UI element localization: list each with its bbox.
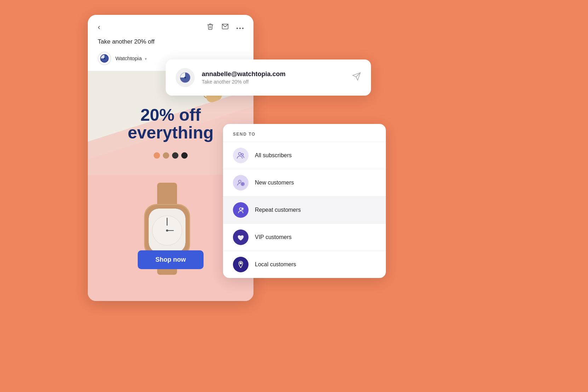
back-button[interactable]: ‹ xyxy=(98,23,100,32)
segment-vip-customers[interactable]: VIP customers xyxy=(223,224,386,251)
promo-percent: 20% off xyxy=(88,106,253,124)
dot-darkest xyxy=(181,152,188,159)
shop-now-button[interactable]: Shop now xyxy=(138,250,204,269)
preview-subject: Take another 20% off xyxy=(202,79,345,85)
repeat-customers-icon xyxy=(233,202,249,218)
send-icon[interactable] xyxy=(352,72,361,83)
sender-name: Watchtopia xyxy=(115,55,142,61)
segment-repeat-customers[interactable]: Repeat customers xyxy=(223,197,386,224)
dot-dark xyxy=(172,152,178,159)
local-customers-icon xyxy=(233,257,249,272)
preview-logo xyxy=(176,68,195,87)
segment-new-customers[interactable]: New customers xyxy=(223,169,386,197)
all-subscribers-label: All subscribers xyxy=(255,152,292,159)
delete-icon[interactable] xyxy=(207,23,214,32)
svg-rect-15 xyxy=(157,183,177,208)
svg-point-23 xyxy=(166,229,168,232)
color-dots xyxy=(154,152,188,159)
new-customers-label: New customers xyxy=(255,180,294,186)
segment-all-subscribers[interactable]: All subscribers xyxy=(223,142,386,169)
svg-point-39 xyxy=(239,208,242,210)
email-preview-card: annabelle@watchtopia.com Take another 20… xyxy=(166,59,371,96)
vip-customers-label: VIP customers xyxy=(255,234,292,240)
svg-point-33 xyxy=(239,153,241,155)
send-to-panel: SEND TO All subscribers New customers xyxy=(223,124,386,278)
svg-point-35 xyxy=(239,180,241,183)
new-customers-icon xyxy=(233,175,249,191)
svg-point-34 xyxy=(241,154,244,156)
dot-tan xyxy=(163,152,169,159)
preview-sender-email: annabelle@watchtopia.com xyxy=(202,70,345,78)
repeat-customers-label: Repeat customers xyxy=(255,207,301,213)
header-icons xyxy=(207,23,244,32)
sender-chevron: ▾ xyxy=(145,57,147,61)
svg-point-2 xyxy=(239,28,241,29)
more-icon[interactable] xyxy=(236,24,244,31)
svg-point-7 xyxy=(104,58,105,59)
svg-point-30 xyxy=(184,77,186,79)
local-customers-label: Local customers xyxy=(255,261,296,268)
shop-button-container: Shop now xyxy=(138,250,204,269)
all-subscribers-icon xyxy=(233,148,249,163)
sender-name-container: Watchtopia ▾ xyxy=(115,55,147,62)
dot-orange xyxy=(154,152,160,159)
mail-icon[interactable] xyxy=(222,23,229,32)
svg-point-40 xyxy=(240,262,242,264)
vip-customers-icon xyxy=(233,229,249,245)
send-to-header: SEND TO xyxy=(223,124,386,142)
preview-info: annabelle@watchtopia.com Take another 20… xyxy=(202,70,345,85)
svg-point-3 xyxy=(242,28,244,29)
svg-point-1 xyxy=(236,28,238,29)
sender-avatar xyxy=(98,52,111,65)
email-subject: Take another 20% off xyxy=(88,37,253,50)
segment-local-customers[interactable]: Local customers xyxy=(223,251,386,278)
mobile-card-header: ‹ xyxy=(88,15,253,37)
